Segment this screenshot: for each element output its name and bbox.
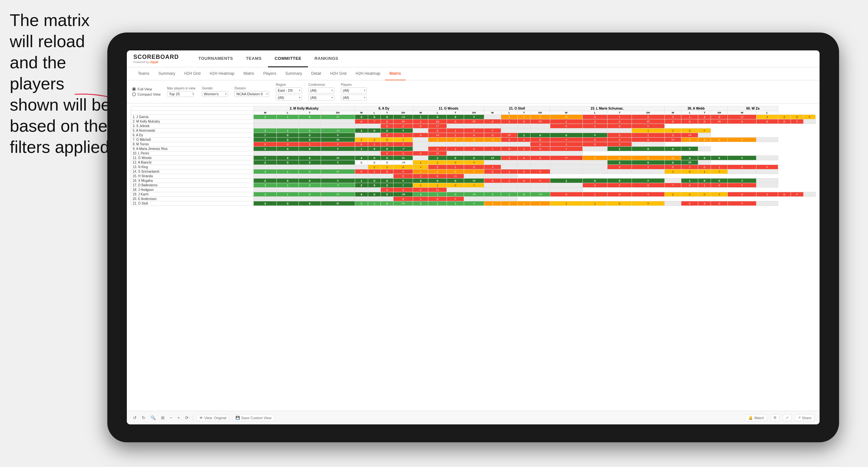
matrix-cell-l: 1 <box>583 201 607 206</box>
save-custom-button[interactable]: 💾 Save Custom View <box>232 414 275 421</box>
sub-nav-teams[interactable]: Teams <box>133 67 154 80</box>
matrix-cell-w: 3 <box>254 183 277 188</box>
matrix-cell-empty <box>299 174 321 179</box>
matrix-cell-empty <box>464 188 484 192</box>
matrix-cell-l: 1 <box>428 160 447 165</box>
filter-button[interactable]: ⊞ <box>160 414 165 421</box>
matrix-cell-l: 1 <box>277 183 299 188</box>
matrix-cell-t: 0 <box>607 201 632 206</box>
matrix-cell-dif: -5 <box>321 183 355 188</box>
watch-button[interactable]: 🔔 Watch <box>745 414 767 421</box>
matrix-cell-w: 1 <box>681 115 698 119</box>
player-name-cell: 11. G Woods <box>131 156 254 160</box>
matrix-cell-empty <box>368 124 381 128</box>
matrix-cell-w: 3 <box>413 192 428 197</box>
matrix-cell-empty <box>299 188 321 192</box>
sub-nav-summary2[interactable]: Summary <box>281 67 306 80</box>
matrix-cell-empty <box>277 119 299 124</box>
logo: SCOREBOARD Powered by clippd <box>133 54 179 64</box>
matrix-cell-empty <box>413 137 428 142</box>
sub-nav-h2h-grid[interactable]: H2H Grid <box>180 67 205 80</box>
undo-button[interactable]: ↺ <box>132 414 137 421</box>
settings-button[interactable]: ⚙ <box>770 414 779 421</box>
nav-rankings[interactable]: RANKINGS <box>308 51 345 67</box>
matrix-cell-w: 0 <box>698 165 711 169</box>
sub-nav-h2h-grid2[interactable]: H2H Grid <box>326 67 351 80</box>
division-select[interactable]: NCAA Division II <box>235 91 269 97</box>
sub-nav-summary[interactable]: Summary <box>154 67 180 80</box>
zoom-plus-button[interactable]: + <box>177 414 181 421</box>
matrix-cell-empty <box>518 151 530 156</box>
sub-nav-detail[interactable]: Detail <box>307 67 326 80</box>
matrix-cell-t: 0 <box>711 115 728 119</box>
matrix-cell-empty <box>803 119 815 124</box>
matrix-cell-l: 1 <box>583 192 607 197</box>
matrix-cell-l: 1 <box>428 201 447 206</box>
share-button[interactable]: ↗ Share <box>795 414 814 421</box>
matrix-cell-w: 1 <box>550 119 583 124</box>
region-sub-select[interactable]: (All) <box>276 95 302 100</box>
matrix-cell-dif: 7 <box>664 183 681 188</box>
matrix-cell-empty <box>413 142 428 147</box>
matrix-cell-dif: 0 <box>484 128 501 133</box>
matrix-cell-l: 1 <box>394 133 413 137</box>
nav-committee[interactable]: COMMITTEE <box>268 51 308 67</box>
search-button[interactable]: 🔍 <box>150 414 157 421</box>
matrix-cell-l: 1 <box>607 115 632 119</box>
player-name-cell: 17. D Ballesteros <box>131 183 254 188</box>
matrix-cell-t: 0 <box>381 115 394 119</box>
gender-select[interactable]: Women's <box>202 91 228 97</box>
sub-nav-matrix[interactable]: Matrix <box>239 67 259 80</box>
full-view-option[interactable]: Full View <box>132 87 161 91</box>
matrix-cell-l: 1 <box>447 165 464 169</box>
matrix-cell-empty <box>698 147 711 151</box>
player-name-cell: 15. H Stranda <box>131 174 254 179</box>
matrix-container[interactable]: 2. M Kelly Mulcahy 6. A Dy 11. G Woods 2… <box>127 103 819 411</box>
redo-button[interactable]: ↻ <box>141 414 146 421</box>
conference-select[interactable]: (All) <box>308 88 334 93</box>
name-subheader <box>131 111 254 115</box>
sub-nav-matrix2[interactable]: Matrix <box>385 67 406 80</box>
matrix-cell-dif: 14 <box>428 133 447 137</box>
view-options: Full View Compact View <box>132 87 161 96</box>
matrix-cell-empty <box>518 142 530 147</box>
players-select[interactable]: (All) <box>341 88 367 93</box>
matrix-cell-empty <box>368 151 381 156</box>
matrix-cell-empty <box>530 151 550 156</box>
matrix-cell-l: 0 <box>583 179 607 183</box>
matrix-cell-t: 0 <box>484 133 501 137</box>
matrix-cell-w: 0 <box>355 160 368 165</box>
nav-tournaments[interactable]: TOURNAMENTS <box>192 51 239 67</box>
matrix-cell-w: 0 <box>381 151 394 156</box>
compact-view-radio[interactable] <box>132 92 136 96</box>
matrix-cell-empty <box>484 188 501 192</box>
matrix-cell-dif: 0 <box>394 128 413 133</box>
refresh-button[interactable]: ⟳ <box>184 414 190 421</box>
players-sub-select[interactable]: (All) <box>341 95 367 100</box>
sub-nav-h2h-heatmap2[interactable]: H2H Heatmap <box>351 67 385 80</box>
nav-teams[interactable]: TEAMS <box>239 51 268 67</box>
matrix-cell-dif: 14 <box>321 169 355 174</box>
matrix-cell-l: 1 <box>501 119 518 124</box>
matrix-cell-dif: 3 <box>484 165 501 169</box>
region-filter: Region East - DII (All) <box>276 83 302 100</box>
matrix-cell-l: 4 <box>583 119 607 124</box>
max-players-select[interactable]: Top 25 <box>167 91 193 97</box>
view-original-button[interactable]: 👁 View: Original <box>196 415 229 421</box>
zoom-minus-button[interactable]: − <box>169 414 173 421</box>
matrix-cell-l: 2 <box>607 183 632 188</box>
conference-sub-select[interactable]: (All) <box>308 95 334 100</box>
compact-view-option[interactable]: Compact View <box>132 92 161 96</box>
expand-button[interactable]: ⤢ <box>783 414 792 421</box>
compact-view-label: Compact View <box>137 92 161 96</box>
matrix-cell-w: 1 <box>413 169 428 174</box>
matrix-cell-dif: 11 <box>428 188 447 192</box>
sub-nav-players[interactable]: Players <box>258 67 281 80</box>
matrix-cell-dif: 8 <box>447 197 464 201</box>
region-select[interactable]: East - DII <box>276 88 302 93</box>
sub-nav-h2h-heatmap[interactable]: H2H Heatmap <box>205 67 239 80</box>
full-view-radio[interactable] <box>132 87 136 91</box>
matrix-cell-w: 0 <box>550 192 583 197</box>
matrix-cell-dif: 0 <box>711 169 728 174</box>
matrix-cell-l: 1 <box>368 142 381 147</box>
